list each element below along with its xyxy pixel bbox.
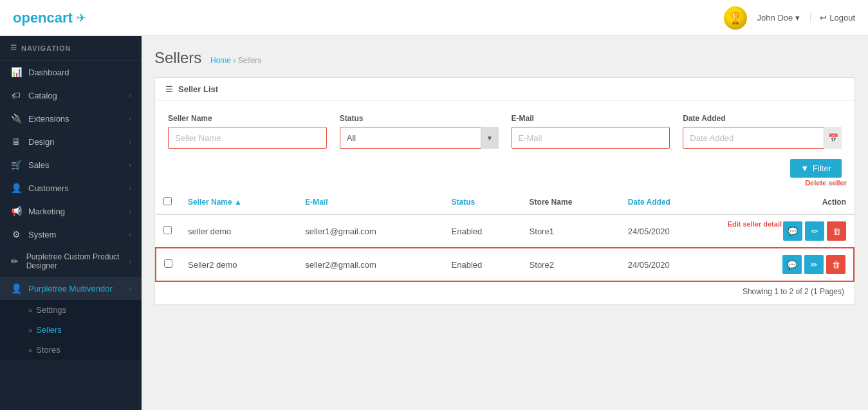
row2-actions: 💬 ✏ 🗑	[718, 248, 854, 281]
logout-button[interactable]: ↩ Logout	[810, 13, 855, 23]
row2-seller-name: Seller2 demo	[180, 248, 297, 281]
hamburger-icon: ☰	[10, 44, 17, 52]
seller-name-input[interactable]	[168, 127, 327, 149]
sidebar-marketing-label: Marketing	[28, 207, 65, 216]
edit-seller-annotation: Edit seller detail	[728, 220, 782, 228]
col-action: Action	[718, 191, 854, 214]
catalog-chevron-icon: ›	[129, 92, 131, 99]
status-col-label: Status	[452, 198, 476, 207]
sidebar-item-customers-left: 👤 Customers	[10, 183, 69, 193]
user-name-dropdown[interactable]: John Doe ▾	[757, 13, 800, 23]
sidebar-multivendor-label: Purpletree Multivendor	[28, 284, 113, 294]
col-seller-name[interactable]: Seller Name ▲	[180, 191, 297, 214]
sidebar-sales-label: Sales	[28, 160, 50, 170]
sidebar-item-marketing[interactable]: 📢 Marketing ›	[0, 200, 142, 223]
calendar-icon[interactable]: 📅	[824, 127, 842, 149]
sidebar-extensions-label: Extensions	[28, 114, 69, 124]
action-col-label: Action	[822, 198, 846, 207]
row2-delete-button[interactable]: 🗑	[826, 255, 845, 274]
logo: opencart ✈	[13, 10, 86, 26]
sidebar-designer-label: Purpletree Custom Product Designer	[26, 252, 129, 270]
row1-message-button[interactable]: 💬	[783, 221, 802, 241]
email-filter-group: E-Mail	[512, 114, 670, 149]
store-name-col-label: Store Name	[530, 198, 573, 207]
sidebar-item-settings[interactable]: Settings	[0, 300, 142, 320]
row2-edit-button[interactable]: ✏	[804, 255, 824, 274]
seller-name-label: Seller Name	[168, 114, 327, 123]
filter-row: Seller Name Status All Enabled Disabled …	[168, 114, 842, 149]
sidebar-item-sales-left: 🛒 Sales	[10, 160, 50, 170]
sidebar-item-extensions[interactable]: 🔌 Extensions ›	[0, 107, 142, 130]
seller-name-filter-group: Seller Name	[168, 114, 327, 149]
sidebar-item-customers[interactable]: 👤 Customers ›	[0, 176, 142, 200]
filter-btn-row: ▼ Filter	[168, 159, 842, 178]
sidebar-item-stores[interactable]: Stores	[0, 340, 142, 360]
header: opencart ✈ 🏆 John Doe ▾ ↩ Logout	[0, 0, 868, 36]
select-all-checkbox[interactable]	[163, 197, 172, 205]
sidebar-item-sales[interactable]: 🛒 Sales ›	[0, 153, 142, 176]
sales-icon: 🛒	[10, 160, 22, 170]
sidebar-dashboard-label: Dashboard	[28, 68, 69, 77]
row2-email: seller2@gmail.com	[297, 248, 443, 281]
logo-cart-icon: ✈	[77, 11, 86, 25]
date-added-col-label: Date Added	[628, 198, 670, 207]
seller-panel: ☰ Seller List Seller Name Status All	[154, 77, 855, 304]
filter-button-label: Filter	[813, 163, 831, 173]
table-body: seller demo seller1@gmail.com Enabled St…	[156, 214, 854, 281]
sidebar-design-label: Design	[28, 137, 54, 147]
row1-checkbox-cell	[156, 214, 180, 248]
status-filter-group: Status All Enabled Disabled ▼	[340, 114, 499, 149]
status-select[interactable]: All Enabled Disabled	[340, 127, 499, 149]
settings-label: Settings	[36, 305, 66, 315]
sidebar-catalog-label: Catalog	[28, 91, 57, 100]
header-right: 🏆 John Doe ▾ ↩ Logout	[724, 6, 855, 30]
multivendor-icon: 👤	[10, 283, 22, 294]
row1-checkbox[interactable]	[163, 226, 172, 234]
customers-icon: 👤	[10, 183, 22, 193]
sidebar-item-design-left: 🖥 Design	[10, 136, 54, 147]
date-input-wrap: 📅	[683, 127, 842, 149]
seller-name-col-label: Seller Name ▲	[188, 198, 242, 207]
row1-seller-name: seller demo	[180, 214, 297, 248]
row2-checkbox[interactable]	[164, 259, 172, 268]
list-icon: ☰	[165, 84, 173, 94]
date-filter-group: Date Added 📅	[683, 114, 842, 149]
email-input[interactable]	[512, 127, 670, 149]
row1-edit-button[interactable]: ✏	[805, 221, 824, 241]
row1-delete-button[interactable]: 🗑	[827, 221, 846, 241]
breadcrumb-current: Sellers	[238, 56, 262, 65]
sidebar-item-catalog[interactable]: 🏷 Catalog ›	[0, 84, 142, 107]
sidebar-item-purpletree-designer[interactable]: ✏ Purpletree Custom Product Designer ›	[0, 246, 142, 277]
table-head: Seller Name ▲ E-Mail Status Store Name	[156, 191, 854, 214]
col-status: Status	[444, 191, 522, 214]
user-dropdown-icon: ▾	[795, 13, 800, 23]
sales-chevron-icon: ›	[129, 162, 131, 169]
customers-chevron-icon: ›	[129, 185, 131, 192]
row2-message-button[interactable]: 💬	[782, 255, 802, 274]
sidebar-item-marketing-left: 📢 Marketing	[10, 206, 65, 216]
sidebar-item-system[interactable]: ⚙ System ›	[0, 223, 142, 246]
system-icon: ⚙	[10, 229, 22, 239]
filter-icon: ▼	[800, 163, 809, 173]
sellers-table-container: Delete seller Seller Name ▲ E-Mail	[155, 191, 854, 304]
multivendor-subnav: Settings Sellers Stores	[0, 300, 142, 360]
date-added-label: Date Added	[683, 114, 842, 123]
sidebar-item-design[interactable]: 🖥 Design ›	[0, 130, 142, 153]
sidebar-item-dashboard[interactable]: 📊 Dashboard	[0, 61, 142, 84]
date-added-input[interactable]	[683, 127, 842, 149]
sidebar-item-sellers[interactable]: Sellers	[0, 320, 142, 340]
layout: ☰ NAVIGATION 📊 Dashboard 🏷 Catalog › 🔌 E…	[0, 36, 868, 410]
col-email: E-Mail	[297, 191, 443, 214]
filter-button[interactable]: ▼ Filter	[790, 159, 842, 178]
main-content: Sellers Home › Sellers ☰ Seller List Sel…	[142, 36, 868, 410]
col-date-added: Date Added	[620, 191, 718, 214]
sidebar-item-multivendor[interactable]: 👤 Purpletree Multivendor ›	[0, 277, 142, 300]
design-chevron-icon: ›	[129, 138, 131, 145]
breadcrumb-home[interactable]: Home	[210, 56, 231, 65]
pagination-info: Showing 1 to 2 of 2 (1 Pages)	[155, 282, 854, 304]
row1-date-added: 24/05/2020	[620, 214, 718, 248]
page-title-area: Sellers Home › Sellers	[154, 49, 855, 67]
stores-label: Stores	[36, 345, 60, 355]
sidebar-item-dashboard-left: 📊 Dashboard	[10, 67, 69, 77]
sidebar-customers-label: Customers	[28, 183, 69, 193]
